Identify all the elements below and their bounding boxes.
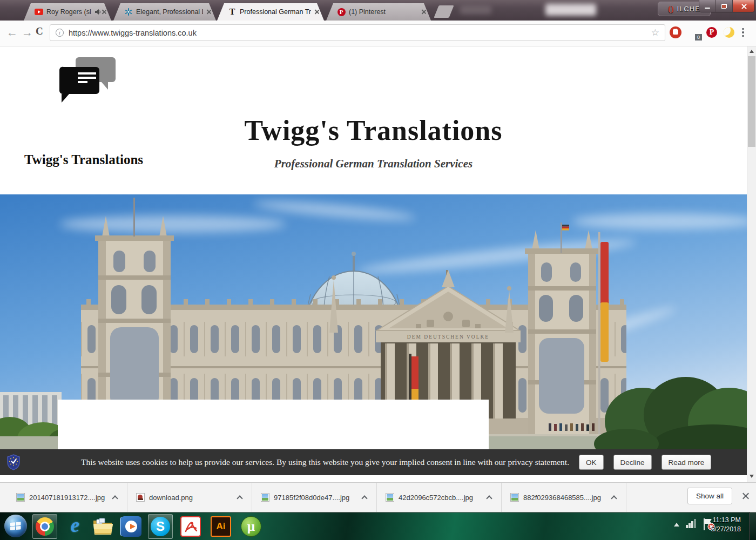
minimize-icon — [705, 8, 710, 9]
tray-expand-icon[interactable] — [674, 523, 679, 526]
tab-title: Roy Rogers (slide guit — [46, 8, 91, 16]
taskbar-illustrator-button[interactable]: Ai — [208, 514, 233, 539]
site-logo-speech-bubbles-icon — [48, 56, 119, 108]
tab-close-icon[interactable] — [206, 9, 212, 15]
download-item[interactable]: 201407181913172....jpg — [0, 483, 127, 512]
download-filename: 42d2096c572cbcb....jpg — [399, 494, 483, 502]
download-item[interactable]: download.png — [127, 483, 252, 512]
page-info-icon[interactable]: i — [56, 29, 64, 37]
taskbar-acrobat-button[interactable] — [178, 514, 203, 539]
show-desktop-button[interactable] — [749, 512, 756, 540]
cookie-message: This website uses cookies to help us pro… — [81, 457, 569, 467]
scrollbar-thumb[interactable] — [748, 56, 755, 147]
download-item[interactable]: 882f029368468585....jpg — [502, 483, 626, 512]
close-icon — [741, 3, 747, 9]
shield-extension-icon[interactable]: 0 — [688, 26, 700, 39]
download-item[interactable]: 97185f2f08d0de47....jpg — [252, 483, 377, 512]
youtube-icon — [35, 8, 43, 16]
back-button[interactable]: ← — [6, 26, 18, 39]
pinterest-extension-icon[interactable]: P — [706, 27, 717, 38]
browser-window: Roy Rogers (slide guit Elegant, Professi… — [0, 0, 756, 540]
downloads-bar: 201407181913172....jpg download.png 9718… — [0, 482, 756, 512]
start-button[interactable] — [4, 515, 27, 537]
window-titlebar: Roy Rogers (slide guit Elegant, Professi… — [0, 0, 756, 21]
download-item[interactable]: 42d2096c572cbcb....jpg — [377, 483, 502, 512]
tab-youtube[interactable]: Roy Rogers (slide guit — [24, 3, 111, 21]
network-signal-icon[interactable] — [686, 518, 698, 528]
bookmark-star-icon[interactable]: ☆ — [651, 27, 659, 38]
restore-button[interactable] — [716, 0, 733, 12]
chevron-up-icon[interactable] — [112, 495, 118, 501]
decline-button[interactable]: Decline — [613, 455, 652, 470]
extension-badge: 0 — [695, 34, 702, 40]
chrome-icon — [36, 517, 54, 536]
image-file-icon — [386, 493, 394, 502]
minimize-button[interactable] — [699, 0, 716, 12]
new-tab-button[interactable] — [434, 5, 454, 18]
censored-blur — [545, 4, 596, 16]
ilche-logo-icon: () — [668, 5, 674, 14]
censored-blur — [460, 5, 491, 14]
reload-button[interactable]: C — [36, 25, 43, 37]
image-file-icon — [510, 493, 519, 502]
taskbar-utorrent-button[interactable]: µ — [239, 514, 264, 539]
site-header: Twigg's Translations Twigg's Translation… — [0, 46, 747, 194]
tab-title: Professional German Tran — [240, 8, 311, 16]
media-player-icon — [121, 516, 141, 537]
utorrent-icon: µ — [241, 516, 261, 537]
scroll-down-icon[interactable] — [750, 475, 754, 478]
taskbar-internet-explorer-button[interactable]: e — [63, 514, 87, 539]
taskbar-chrome-button[interactable] — [32, 514, 57, 539]
tab-title: (1) Pinterest — [349, 8, 418, 16]
extensions-row: 0 P — [670, 26, 745, 39]
internet-explorer-icon: e — [71, 514, 79, 537]
tab-close-icon[interactable] — [421, 9, 427, 15]
close-button[interactable] — [733, 0, 754, 12]
downloads-close-icon[interactable] — [742, 492, 750, 500]
page-tagline: Professional German Translation Services — [0, 157, 747, 171]
taskbar-skype-button[interactable]: S — [148, 514, 173, 539]
browser-menu-icon[interactable] — [741, 27, 745, 38]
chevron-up-icon[interactable] — [486, 495, 492, 501]
tab-pinterest[interactable]: P (1) Pinterest — [326, 3, 431, 21]
moon-extension-icon[interactable] — [724, 27, 734, 38]
cookie-banner: This website uses cookies to help us pro… — [0, 449, 747, 475]
scroll-up-icon[interactable] — [750, 50, 754, 53]
taskbar-clock[interactable]: 11:13 PM 5/27/2018 — [706, 516, 741, 534]
pediment-inscription: DEM DEUTSCHEN VOLKE — [407, 334, 489, 340]
tab-title: Elegant, Professional Log — [136, 8, 203, 16]
tab-close-icon[interactable] — [102, 9, 107, 15]
download-filename: 201407181913172....jpg — [29, 494, 109, 502]
audio-speaker-icon — [94, 9, 102, 15]
chevron-up-icon[interactable] — [361, 495, 367, 501]
download-filename: 97185f2f08d0de47....jpg — [274, 494, 358, 502]
download-filename: download.png — [149, 494, 233, 502]
address-bar[interactable]: i https://www.twiggs-translations.co.uk … — [50, 24, 665, 41]
page-title: Twigg's Translations — [0, 114, 747, 146]
tab-twiggs-translations[interactable]: T Professional German Tran — [217, 3, 324, 21]
chevron-up-icon[interactable] — [237, 495, 242, 501]
taskbar-file-explorer-button[interactable] — [91, 514, 116, 539]
ok-button[interactable]: OK — [579, 455, 604, 470]
image-file-icon — [136, 493, 145, 502]
illustrator-icon: Ai — [211, 516, 231, 537]
acrobat-reader-icon — [180, 516, 201, 537]
restore-icon — [721, 4, 727, 9]
image-file-icon — [16, 493, 25, 502]
pinterest-icon: P — [337, 8, 346, 16]
clock-date: 5/27/2018 — [706, 525, 741, 534]
asterisk-icon — [124, 8, 133, 16]
skype-icon: S — [151, 517, 170, 536]
tab-close-icon[interactable] — [314, 9, 320, 15]
read-more-button[interactable]: Read more — [662, 455, 712, 470]
download-filename: 882f029368468585....jpg — [523, 494, 608, 502]
adblock-extension-icon[interactable] — [670, 26, 681, 38]
folder-icon — [92, 517, 114, 536]
taskbar-media-player-button[interactable] — [119, 514, 144, 539]
forward-button[interactable]: → — [22, 26, 33, 39]
page-scrollbar[interactable] — [747, 46, 756, 482]
tab-design-site[interactable]: Elegant, Professional Log — [113, 3, 216, 21]
chevron-up-icon[interactable] — [611, 495, 617, 501]
show-all-button[interactable]: Show all — [687, 488, 732, 504]
url-text: https://www.twiggs-translations.co.uk — [69, 29, 197, 37]
